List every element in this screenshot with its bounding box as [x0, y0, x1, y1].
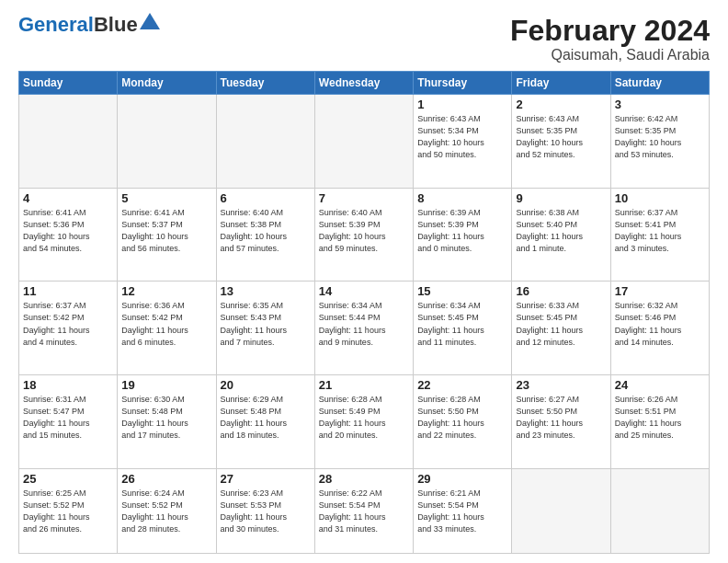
day-number: 12	[121, 284, 211, 298]
day-number: 1	[417, 98, 507, 111]
day-info: Sunrise: 6:43 AMSunset: 5:34 PMDaylight:…	[417, 113, 507, 161]
table-row: 29Sunrise: 6:21 AMSunset: 5:54 PMDayligh…	[414, 468, 512, 553]
table-row: 19Sunrise: 6:30 AMSunset: 5:48 PMDayligh…	[118, 375, 216, 469]
calendar-header-row: Sunday Monday Tuesday Wednesday Thursday…	[19, 72, 710, 95]
day-info: Sunrise: 6:36 AMSunset: 5:42 PMDaylight:…	[121, 300, 211, 348]
svg-marker-0	[140, 13, 160, 29]
table-row: 10Sunrise: 6:37 AMSunset: 5:41 PMDayligh…	[610, 188, 709, 282]
day-info: Sunrise: 6:30 AMSunset: 5:48 PMDaylight:…	[121, 394, 211, 442]
day-number: 24	[615, 378, 705, 392]
col-sunday: Sunday	[19, 72, 118, 95]
day-number: 7	[319, 191, 409, 205]
table-row: 11Sunrise: 6:37 AMSunset: 5:42 PMDayligh…	[19, 282, 118, 375]
day-info: Sunrise: 6:21 AMSunset: 5:54 PMDaylight:…	[417, 488, 507, 535]
day-info: Sunrise: 6:25 AMSunset: 5:52 PMDaylight:…	[23, 488, 113, 535]
table-row: 17Sunrise: 6:32 AMSunset: 5:46 PMDayligh…	[610, 282, 709, 375]
table-row: 18Sunrise: 6:31 AMSunset: 5:47 PMDayligh…	[19, 375, 118, 469]
table-row	[118, 95, 216, 189]
page: GeneralBlue February 2024 Qaisumah, Saud…	[0, 0, 728, 563]
day-info: Sunrise: 6:41 AMSunset: 5:37 PMDaylight:…	[121, 207, 211, 255]
day-number: 15	[417, 284, 507, 298]
col-thursday: Thursday	[414, 72, 512, 95]
day-number: 25	[23, 472, 113, 486]
calendar-subtitle: Qaisumah, Saudi Arabia	[510, 47, 710, 63]
day-info: Sunrise: 6:41 AMSunset: 5:36 PMDaylight:…	[23, 207, 113, 255]
table-row: 23Sunrise: 6:27 AMSunset: 5:50 PMDayligh…	[512, 375, 610, 469]
day-number: 20	[221, 378, 311, 392]
day-info: Sunrise: 6:37 AMSunset: 5:42 PMDaylight:…	[23, 300, 113, 348]
day-number: 5	[121, 191, 211, 205]
day-number: 3	[615, 98, 705, 111]
table-row: 3Sunrise: 6:42 AMSunset: 5:35 PMDaylight…	[610, 95, 709, 189]
day-number: 23	[516, 378, 606, 392]
day-number: 19	[121, 378, 211, 392]
col-friday: Friday	[512, 72, 610, 95]
table-row: 2Sunrise: 6:43 AMSunset: 5:35 PMDaylight…	[512, 95, 610, 189]
day-info: Sunrise: 6:31 AMSunset: 5:47 PMDaylight:…	[23, 394, 113, 442]
table-row: 8Sunrise: 6:39 AMSunset: 5:39 PMDaylight…	[414, 188, 512, 282]
day-info: Sunrise: 6:29 AMSunset: 5:48 PMDaylight:…	[221, 394, 311, 442]
day-info: Sunrise: 6:34 AMSunset: 5:44 PMDaylight:…	[319, 300, 409, 348]
table-row: 1Sunrise: 6:43 AMSunset: 5:34 PMDaylight…	[414, 95, 512, 189]
day-info: Sunrise: 6:26 AMSunset: 5:51 PMDaylight:…	[615, 394, 705, 442]
table-row: 4Sunrise: 6:41 AMSunset: 5:36 PMDaylight…	[19, 188, 118, 282]
day-number: 8	[417, 191, 507, 205]
day-number: 22	[417, 378, 507, 392]
header: GeneralBlue February 2024 Qaisumah, Saud…	[18, 15, 710, 63]
table-row	[216, 95, 314, 189]
day-info: Sunrise: 6:42 AMSunset: 5:35 PMDaylight:…	[615, 113, 705, 161]
col-saturday: Saturday	[610, 72, 709, 95]
day-number: 16	[516, 284, 606, 298]
calendar-week-row: 4Sunrise: 6:41 AMSunset: 5:36 PMDaylight…	[19, 188, 710, 282]
day-number: 2	[516, 98, 606, 111]
logo-text: GeneralBlue	[18, 15, 138, 35]
table-row: 24Sunrise: 6:26 AMSunset: 5:51 PMDayligh…	[610, 375, 709, 469]
day-info: Sunrise: 6:35 AMSunset: 5:43 PMDaylight:…	[221, 300, 311, 348]
day-info: Sunrise: 6:33 AMSunset: 5:45 PMDaylight:…	[516, 300, 606, 348]
logo-general: General	[18, 13, 94, 36]
table-row: 28Sunrise: 6:22 AMSunset: 5:54 PMDayligh…	[314, 468, 413, 553]
day-number: 11	[23, 284, 113, 298]
table-row: 7Sunrise: 6:40 AMSunset: 5:39 PMDaylight…	[314, 188, 413, 282]
calendar-week-row: 25Sunrise: 6:25 AMSunset: 5:52 PMDayligh…	[19, 468, 710, 553]
table-row: 16Sunrise: 6:33 AMSunset: 5:45 PMDayligh…	[512, 282, 610, 375]
day-number: 29	[417, 472, 507, 486]
table-row: 5Sunrise: 6:41 AMSunset: 5:37 PMDaylight…	[118, 188, 216, 282]
day-info: Sunrise: 6:28 AMSunset: 5:50 PMDaylight:…	[417, 394, 507, 442]
table-row	[512, 468, 610, 553]
table-row: 15Sunrise: 6:34 AMSunset: 5:45 PMDayligh…	[414, 282, 512, 375]
table-row: 12Sunrise: 6:36 AMSunset: 5:42 PMDayligh…	[118, 282, 216, 375]
table-row: 25Sunrise: 6:25 AMSunset: 5:52 PMDayligh…	[19, 468, 118, 553]
day-number: 18	[23, 378, 113, 392]
calendar-week-row: 11Sunrise: 6:37 AMSunset: 5:42 PMDayligh…	[19, 282, 710, 375]
table-row: 22Sunrise: 6:28 AMSunset: 5:50 PMDayligh…	[414, 375, 512, 469]
day-number: 10	[615, 191, 705, 205]
day-info: Sunrise: 6:40 AMSunset: 5:38 PMDaylight:…	[221, 207, 311, 255]
col-monday: Monday	[118, 72, 216, 95]
day-number: 26	[121, 472, 211, 486]
calendar-table: Sunday Monday Tuesday Wednesday Thursday…	[18, 71, 710, 554]
table-row: 26Sunrise: 6:24 AMSunset: 5:52 PMDayligh…	[118, 468, 216, 553]
col-wednesday: Wednesday	[314, 72, 413, 95]
day-info: Sunrise: 6:38 AMSunset: 5:40 PMDaylight:…	[516, 207, 606, 255]
day-info: Sunrise: 6:23 AMSunset: 5:53 PMDaylight:…	[221, 488, 311, 535]
day-number: 9	[516, 191, 606, 205]
day-info: Sunrise: 6:37 AMSunset: 5:41 PMDaylight:…	[615, 207, 705, 255]
table-row: 13Sunrise: 6:35 AMSunset: 5:43 PMDayligh…	[216, 282, 314, 375]
day-info: Sunrise: 6:34 AMSunset: 5:45 PMDaylight:…	[417, 300, 507, 348]
day-info: Sunrise: 6:27 AMSunset: 5:50 PMDaylight:…	[516, 394, 606, 442]
table-row	[610, 468, 709, 553]
logo-icon	[140, 13, 160, 29]
table-row: 6Sunrise: 6:40 AMSunset: 5:38 PMDaylight…	[216, 188, 314, 282]
table-row: 14Sunrise: 6:34 AMSunset: 5:44 PMDayligh…	[314, 282, 413, 375]
day-info: Sunrise: 6:24 AMSunset: 5:52 PMDaylight:…	[121, 488, 211, 535]
day-info: Sunrise: 6:39 AMSunset: 5:39 PMDaylight:…	[417, 207, 507, 255]
day-info: Sunrise: 6:28 AMSunset: 5:49 PMDaylight:…	[319, 394, 409, 442]
calendar-week-row: 1Sunrise: 6:43 AMSunset: 5:34 PMDaylight…	[19, 95, 710, 189]
day-number: 17	[615, 284, 705, 298]
logo-blue: Blue	[94, 13, 138, 36]
logo: GeneralBlue	[18, 15, 160, 35]
table-row: 21Sunrise: 6:28 AMSunset: 5:49 PMDayligh…	[314, 375, 413, 469]
calendar-week-row: 18Sunrise: 6:31 AMSunset: 5:47 PMDayligh…	[19, 375, 710, 469]
day-number: 4	[23, 191, 113, 205]
